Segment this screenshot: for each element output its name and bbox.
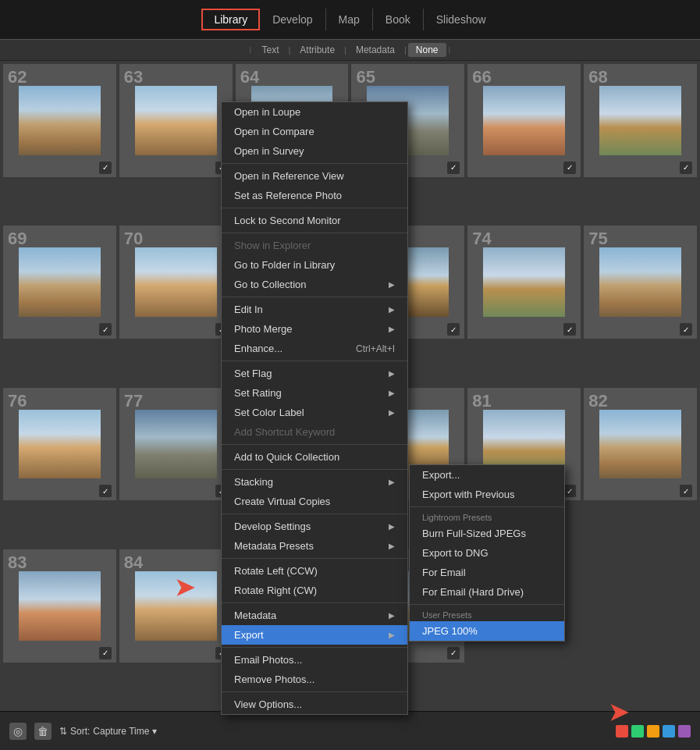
menu-item[interactable]: Edit In▶: [222, 300, 407, 319]
menu-shortcut: Ctrl+Alt+I: [356, 343, 395, 354]
grid-cell[interactable]: 70: [119, 226, 233, 339]
submenu-item[interactable]: Export...: [410, 465, 564, 485]
nav-slideshow[interactable]: Slideshow: [424, 9, 499, 30]
menu-item-label: Metadata Presets: [234, 540, 314, 552]
menu-item[interactable]: Email Photos...: [222, 650, 407, 670]
menu-item[interactable]: Lock to Second Monitor: [222, 211, 407, 230]
grid-cell[interactable]: 84: [119, 549, 233, 663]
submenu-item-label: For Email (Hard Drive): [422, 586, 524, 598]
camera-icon[interactable]: ◎: [9, 723, 27, 740]
menu-item[interactable]: Go to Folder in Library: [222, 255, 407, 275]
menu-separator: [222, 297, 407, 297]
grid-cell[interactable]: 69: [3, 226, 116, 339]
menu-item[interactable]: Metadata▶: [222, 606, 407, 625]
menu-item[interactable]: Metadata Presets▶: [222, 536, 407, 556]
sort-value[interactable]: Capture Time: [93, 726, 149, 737]
color-dot-4[interactable]: [678, 725, 691, 738]
sort-label: Sort:: [70, 726, 90, 737]
submenu-item[interactable]: Export with Previous: [410, 485, 564, 504]
submenu-item[interactable]: Burn Full-Sized JPEGs: [410, 524, 564, 543]
menu-item[interactable]: Set Rating▶: [222, 383, 407, 403]
photo-badge: [447, 323, 460, 336]
menu-item[interactable]: Rotate Right (CW): [222, 581, 407, 600]
menu-item[interactable]: Set as Reference Photo: [222, 186, 407, 205]
menu-item[interactable]: Open in Loupe: [222, 102, 407, 122]
bottom-bar: ◎ 🗑 ⇅ Sort: Capture Time ▾: [0, 711, 700, 750]
sort-arrows: ⇅: [59, 726, 67, 737]
color-dot-1[interactable]: [631, 725, 644, 738]
grid-cell[interactable]: 75: [584, 226, 697, 339]
cell-number: 81: [472, 391, 491, 411]
menu-item-label: Edit In: [234, 304, 263, 315]
photo-badge: [563, 162, 576, 174]
color-dot-3[interactable]: [663, 725, 675, 738]
grid-cell[interactable]: 77: [119, 388, 233, 501]
submenu-item-label: For Email: [422, 567, 466, 578]
cell-number: 84: [124, 553, 143, 573]
grid-cell[interactable]: 76: [3, 388, 116, 501]
filter-text[interactable]: Text: [254, 43, 286, 57]
color-dot-0[interactable]: [616, 725, 628, 738]
menu-item-label: Show in Explorer: [234, 240, 311, 251]
submenu-item[interactable]: For Email (Hard Drive): [410, 582, 564, 602]
sort-control[interactable]: ⇅ Sort: Capture Time ▾: [59, 726, 157, 737]
grid-cell[interactable]: 74: [467, 226, 581, 339]
menu-item[interactable]: Develop Settings▶: [222, 517, 407, 536]
cell-number: 70: [124, 229, 143, 249]
filter-none[interactable]: None: [408, 43, 446, 57]
submenu-item[interactable]: JPEG 100%: [410, 621, 564, 641]
submenu-arrow: ▶: [389, 478, 395, 486]
filter-attribute[interactable]: Attribute: [292, 43, 343, 57]
grid-cell[interactable]: 68: [584, 64, 697, 177]
submenu-item-label: Export to DNG: [422, 547, 489, 559]
menu-item[interactable]: Open in Compare: [222, 122, 407, 141]
menu-item-label: Set Color Label: [234, 407, 304, 418]
cell-number: 64: [240, 67, 259, 87]
color-dot-2[interactable]: [647, 725, 659, 738]
photo-badge: [447, 647, 460, 659]
menu-item-label: Create Virtual Copies: [234, 496, 330, 507]
menu-item[interactable]: Add to Quick Collection: [222, 447, 407, 467]
filter-sep-right: ⁞: [448, 45, 451, 55]
menu-item: Add Shortcut Keyword: [222, 422, 407, 442]
top-nav: Library Develop Map Book Slideshow: [0, 0, 700, 39]
submenu-item[interactable]: For Email: [410, 563, 564, 582]
grid-cell[interactable]: 62: [3, 64, 116, 177]
filter-sep-2: |: [344, 45, 346, 55]
menu-item[interactable]: Create Virtual Copies: [222, 492, 407, 511]
menu-item[interactable]: View Options...: [222, 695, 407, 714]
menu-item[interactable]: Set Flag▶: [222, 364, 407, 383]
submenu-separator: [410, 604, 564, 605]
menu-item[interactable]: Open in Survey: [222, 141, 407, 161]
menu-item[interactable]: Stacking▶: [222, 472, 407, 492]
menu-separator: [222, 163, 407, 164]
menu-item[interactable]: Open in Reference View: [222, 166, 407, 186]
grid-cell[interactable]: 66: [467, 64, 581, 177]
photo-thumbnail: [483, 86, 565, 155]
menu-item[interactable]: Photo Merge▶: [222, 319, 407, 339]
menu-item[interactable]: Enhance...Ctrl+Alt+I: [222, 339, 407, 358]
nav-map[interactable]: Map: [326, 9, 373, 30]
filter-metadata[interactable]: Metadata: [348, 43, 403, 57]
nav-book[interactable]: Book: [373, 9, 424, 30]
nav-library[interactable]: Library: [201, 9, 260, 30]
submenu-arrow: ▶: [389, 305, 395, 314]
menu-item-label: Rotate Left (CCW): [234, 565, 318, 577]
menu-item[interactable]: Go to Collection▶: [222, 275, 407, 294]
submenu-item-label: JPEG 100%: [422, 625, 478, 637]
nav-develop[interactable]: Develop: [260, 9, 325, 30]
menu-item[interactable]: Rotate Left (CCW): [222, 561, 407, 581]
submenu-item[interactable]: Export to DNG: [410, 543, 564, 563]
menu-item-label: Photo Merge: [234, 323, 292, 335]
menu-item[interactable]: Remove Photos...: [222, 670, 407, 689]
submenu-section-header: Lightroom Presets: [410, 510, 564, 524]
menu-item-label: Go to Folder in Library: [234, 259, 335, 271]
submenu-arrow: ▶: [389, 369, 395, 378]
photo-badge: [447, 162, 460, 174]
grid-cell[interactable]: 63: [119, 64, 233, 177]
grid-cell[interactable]: 82: [584, 388, 697, 501]
menu-item[interactable]: Set Color Label▶: [222, 403, 407, 422]
grid-cell[interactable]: 83: [3, 549, 116, 663]
menu-item[interactable]: Export▶: [222, 625, 407, 645]
trash-icon[interactable]: 🗑: [34, 723, 52, 740]
